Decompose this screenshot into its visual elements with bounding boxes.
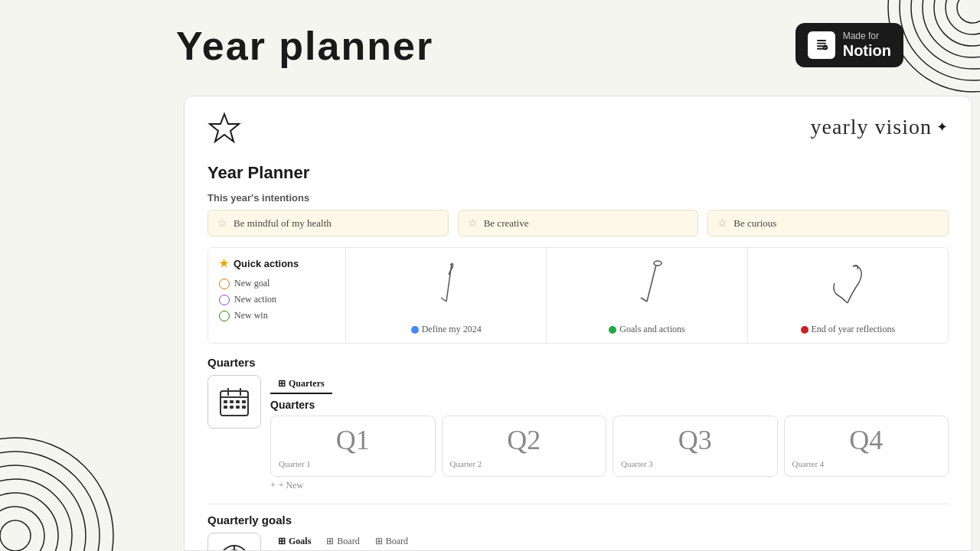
tab-quarters-icon: ⊞ [278,378,286,390]
quarters-header-row: Quarters [207,356,949,369]
svg-point-3 [923,0,980,57]
tab-goals-icon: ⊞ [278,536,286,547]
reflections-label: End of year reflections [801,324,896,335]
goals-tab-row: ⊞ Goals ⊞ Board ⊞ Board [270,533,949,551]
svg-rect-27 [230,400,234,403]
svg-point-0 [957,0,980,23]
quarters-right: ⊞ Quarters Quarters Q1 Quarter 1 Q2 Quar… [270,375,949,494]
q3-label: Q3 [621,424,769,456]
notion-logo-icon [812,36,831,54]
quarter-card-q4[interactable]: Q4 Quarter 4 [784,416,949,477]
quarters-sub-title: Quarters [270,399,949,411]
svg-point-1 [946,0,980,34]
add-new-button[interactable]: + + New [270,477,949,494]
quarter-card-q3[interactable]: Q3 Quarter 3 [612,416,778,477]
star-icon [207,112,241,151]
quarter-card-q1[interactable]: Q1 Quarter 1 [270,416,436,477]
svg-point-5 [900,0,980,80]
svg-line-20 [641,298,647,302]
quick-actions-panel: ★ Quick actions New goal New action New … [208,248,346,343]
svg-line-19 [647,265,656,302]
goals-dot [609,326,616,334]
tab-board-1[interactable]: ⊞ Board [318,533,367,551]
yearly-vision-text: yearly vision ✦ [811,115,949,139]
svg-point-15 [822,45,828,51]
define-dot [411,326,419,334]
svg-point-21 [654,261,662,266]
intention-star-2: ☆ [468,217,478,230]
tab-goals[interactable]: ⊞ Goals [270,533,318,551]
define-pen-icon [427,256,466,316]
svg-point-11 [0,465,86,551]
page-title: Year planner [176,23,433,69]
action-dot-icon [219,295,230,305]
reflections-pen-icon [821,256,874,316]
q4-sub-label: Quarter 4 [792,459,941,468]
panel-header: yearly vision ✦ [207,112,949,151]
tab-quarters[interactable]: ⊞ Quarters [270,375,332,394]
q4-label: Q4 [792,424,941,456]
quarters-content: ⊞ Quarters Quarters Q1 Quarter 1 Q2 Quar… [207,375,949,494]
tab-board-2[interactable]: ⊞ Board [368,533,416,551]
q1-sub-label: Quarter 1 [279,459,427,468]
intentions-row: ☆ Be mindful of my health ☆ Be creative … [207,210,949,236]
quarters-tab-row: ⊞ Quarters [270,375,949,394]
quarterly-goals-section: Quarterly goals ⊞ Goals [207,514,949,551]
target-icon [207,533,261,551]
actions-row: ★ Quick actions New goal New action New … [207,247,949,344]
svg-rect-32 [236,406,240,409]
reflections-dot [801,326,808,334]
svg-rect-33 [242,406,246,409]
made-for-label: Made for [843,31,891,41]
svg-point-13 [0,438,113,551]
svg-rect-31 [230,406,234,409]
sub-panel-reflections[interactable]: End of year reflections [748,248,948,343]
goals-content: ⊞ Goals ⊞ Board ⊞ Board Goal 1 Personal [207,533,949,551]
intention-text-2: Be creative [484,217,529,230]
svg-rect-26 [224,400,227,403]
goals-header-row: Quarterly goals [207,514,949,527]
q1-label: Q1 [279,424,427,456]
tab-board-1-icon: ⊞ [326,536,334,547]
goal-dot-icon [219,279,230,289]
sub-panel-goals[interactable]: Goals and actions [547,248,747,343]
quick-action-goal[interactable]: New goal [219,276,335,292]
quarters-title: Quarters [207,356,256,369]
add-new-icon: + [270,480,276,491]
svg-point-8 [0,507,44,551]
quarter-card-q2[interactable]: Q2 Quarter 2 [442,416,607,477]
svg-point-2 [934,0,980,46]
svg-point-10 [0,479,72,551]
svg-rect-28 [236,400,240,403]
quarters-section: Quarters [207,356,949,494]
intention-star-3: ☆ [717,217,727,230]
tab-board-2-icon: ⊞ [375,536,383,547]
quick-action-action[interactable]: New action [219,292,335,308]
goals-pen-icon [624,256,670,316]
main-panel: yearly vision ✦ Year Planner This year's… [184,96,972,551]
svg-line-18 [441,298,446,302]
win-dot-icon [219,311,230,321]
year-planner-title: Year Planner [207,163,949,183]
sub-panels: Define my 2024 Goals and actions [346,248,948,343]
qa-star-icon: ★ [219,257,229,269]
quarterly-goals-title: Quarterly goals [207,514,292,527]
notion-badge-text: Made for Notion [843,31,891,60]
intention-card-2[interactable]: ☆ Be creative [458,210,699,236]
intention-card-1[interactable]: ☆ Be mindful of my health [207,210,449,236]
notion-badge: Made for Notion [795,23,903,67]
svg-point-9 [0,493,58,551]
quick-action-win[interactable]: New win [219,308,335,324]
svg-rect-30 [224,406,227,409]
intention-star-1: ☆ [217,217,227,230]
sub-panel-define[interactable]: Define my 2024 [346,248,547,343]
quick-actions-title: ★ Quick actions [219,257,335,269]
page-header: Year planner Made for Notion [176,23,903,69]
intention-text-1: Be mindful of my health [234,217,332,230]
svg-marker-16 [210,114,239,142]
q3-sub-label: Quarter 3 [621,459,769,468]
intention-card-3[interactable]: ☆ Be curious [707,210,949,236]
notion-label: Notion [843,41,891,60]
intentions-label: This year's intentions [207,192,949,204]
sparkle-icon: ✦ [936,119,949,135]
